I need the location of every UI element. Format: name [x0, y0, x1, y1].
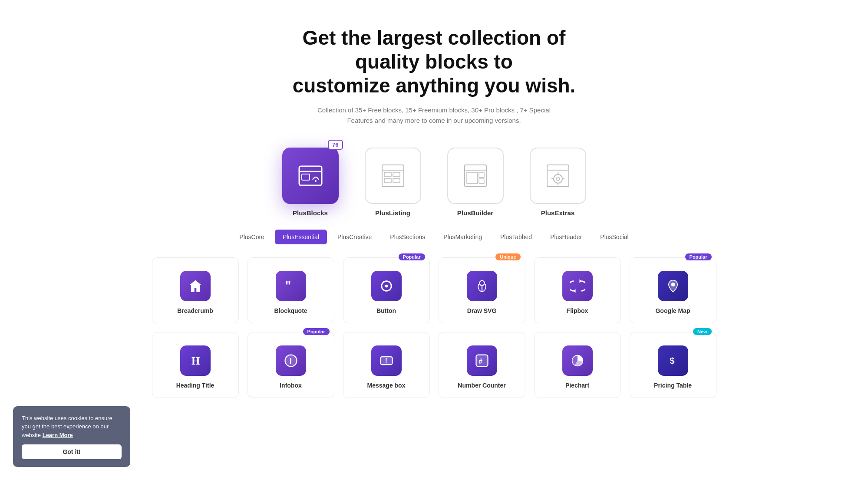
pluslisting-label: PlusListing: [365, 209, 421, 217]
svg-rect-8: [393, 172, 400, 177]
block-card-pricing-table[interactable]: New $ Pricing Table: [630, 332, 716, 398]
infobox-label: Infobox: [280, 382, 302, 389]
svg-rect-6: [384, 172, 391, 177]
svg-rect-9: [393, 178, 400, 183]
tab-plusessential[interactable]: PlusEssential: [275, 230, 327, 244]
tab-plusmarketing[interactable]: PlusMarketing: [436, 230, 490, 244]
svg-rect-7: [384, 178, 391, 183]
svg-point-22: [556, 177, 560, 181]
plusblocks-label: PlusBlocks: [282, 209, 339, 217]
pricing-table-label: Pricing Table: [654, 382, 692, 389]
block-card-breadcrumb[interactable]: Breadcrumb: [152, 257, 239, 323]
button-label: Button: [376, 307, 396, 314]
infobox-icon: i: [276, 345, 306, 376]
button-badge: Popular: [399, 253, 425, 260]
plugin-card-pluslisting[interactable]: PlusListing: [365, 148, 421, 217]
tab-plussocial[interactable]: PlusSocial: [592, 230, 636, 244]
breadcrumb-label: Breadcrumb: [177, 307, 213, 314]
plusbuilder-icon: [447, 148, 504, 204]
block-card-infobox[interactable]: Popular i Infobox: [248, 332, 334, 398]
flipbox-label: Flipbox: [567, 307, 588, 314]
svg-text:$: $: [670, 355, 674, 365]
number-counter-label: Number Counter: [458, 382, 505, 389]
svg-rect-13: [479, 172, 484, 178]
hero-section: Get the largest collection of quality bl…: [148, 26, 721, 126]
plugins-area: 76 PlusBlocks: [239, 148, 630, 217]
message-box-icon: !: [371, 345, 402, 376]
infobox-badge: Popular: [303, 328, 330, 335]
pluslisting-icon: [365, 148, 421, 204]
svg-text:H: H: [191, 355, 200, 367]
message-box-label: Message box: [367, 382, 406, 389]
pricing-table-icon: $: [658, 345, 688, 376]
svg-text:#: #: [479, 357, 482, 365]
svg-text:!: !: [385, 357, 387, 364]
plugin-card-plusbuilder[interactable]: PlusBuilder: [447, 148, 504, 217]
block-card-message-box[interactable]: ! Message box: [343, 332, 430, 398]
heading-title-icon: H: [180, 345, 211, 376]
blockquote-label: Blockquote: [274, 307, 307, 314]
draw-svg-badge: Unique: [495, 253, 520, 260]
svg-text:": ": [285, 279, 291, 293]
svg-point-27: [671, 283, 675, 286]
svg-rect-0: [299, 166, 322, 185]
cookie-text: This website uses cookies to ensure you …: [22, 414, 122, 440]
tab-plusheader[interactable]: PlusHeader: [542, 230, 590, 244]
hero-heading: Get the largest collection of quality bl…: [282, 26, 586, 98]
svg-rect-12: [467, 172, 478, 184]
breadcrumb-icon: [180, 271, 211, 301]
plugin-count-badge: 76: [328, 140, 343, 150]
plusbuilder-label: PlusBuilder: [447, 209, 504, 217]
number-counter-icon: #: [467, 345, 497, 376]
draw-svg-icon: [467, 271, 497, 301]
pricing-table-badge: New: [693, 328, 712, 335]
cookie-accept-button[interactable]: Got it!: [22, 444, 122, 459]
plugin-card-plusblocks[interactable]: 76 PlusBlocks: [282, 148, 339, 217]
tab-plustabbed[interactable]: PlusTabbed: [492, 230, 540, 244]
piechart-icon: [562, 345, 593, 376]
tabs-row: PlusCore PlusEssential PlusCreative Plus…: [148, 230, 721, 244]
block-card-button[interactable]: Popular Button: [343, 257, 430, 323]
block-card-blockquote[interactable]: " Blockquote: [248, 257, 334, 323]
svg-point-3: [315, 180, 317, 182]
plusextras-label: PlusExtras: [530, 209, 586, 217]
plusextras-icon: [530, 148, 586, 204]
hero-subtext: Collection of 35+ Free blocks, 15+ Freem…: [308, 105, 560, 126]
button-icon: [371, 271, 402, 301]
google-map-icon: [658, 271, 688, 301]
tab-pluscreative[interactable]: PlusCreative: [330, 230, 380, 244]
block-card-piechart[interactable]: Piechart: [534, 332, 621, 398]
plugin-card-plusextras[interactable]: PlusExtras: [530, 148, 586, 217]
draw-svg-label: Draw SVG: [467, 307, 497, 314]
google-map-label: Google Map: [655, 307, 690, 314]
block-card-flipbox[interactable]: Flipbox: [534, 257, 621, 323]
block-card-heading-title[interactable]: H Heading Title: [152, 332, 239, 398]
plusblocks-icon-box: [282, 148, 339, 204]
tab-plussections[interactable]: PlusSections: [382, 230, 433, 244]
svg-point-17: [554, 174, 562, 183]
tab-pluscore[interactable]: PlusCore: [231, 230, 272, 244]
svg-rect-2: [302, 174, 310, 180]
cookie-banner: This website uses cookies to ensure you …: [13, 406, 130, 467]
flipbox-icon: [562, 271, 593, 301]
blocks-grid-row1: Breadcrumb " Blockquote Popular Button: [152, 257, 716, 323]
cookie-learn-more-link[interactable]: Learn More: [43, 432, 73, 438]
block-card-number-counter[interactable]: # Number Counter: [439, 332, 525, 398]
svg-text:i: i: [289, 356, 291, 365]
google-map-badge: Popular: [685, 253, 712, 260]
blockquote-icon: ": [276, 271, 306, 301]
piechart-label: Piechart: [565, 382, 589, 389]
block-card-google-map[interactable]: Popular Google Map: [630, 257, 716, 323]
svg-rect-14: [479, 179, 484, 184]
svg-point-25: [479, 280, 484, 285]
blocks-grid-row2: H Heading Title Popular i Infobox !: [152, 332, 716, 398]
block-card-draw-svg[interactable]: Unique Draw SVG: [439, 257, 525, 323]
heading-title-label: Heading Title: [176, 382, 215, 389]
